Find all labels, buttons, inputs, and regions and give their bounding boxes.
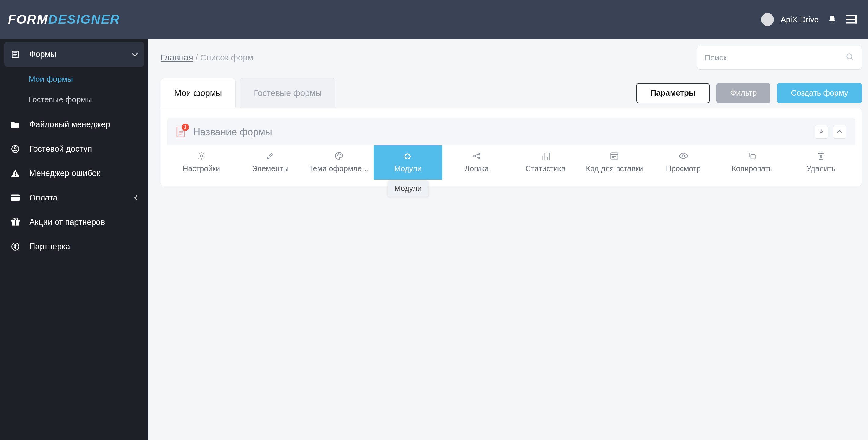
puzzle-icon <box>403 151 413 160</box>
sidebar: Формы Мои формы Гостевые формы Файловый … <box>0 39 148 440</box>
sidebar-item-label: Акции от партнеров <box>29 218 105 227</box>
create-form-button[interactable]: Создать форму <box>777 83 862 103</box>
filter-button[interactable]: Фильтр <box>716 83 770 103</box>
forms-card-area: 1 Название формы Настройки <box>160 108 862 186</box>
svg-point-42 <box>682 155 685 157</box>
notification-badge: 1 <box>182 124 189 131</box>
sidebar-item-guest-access[interactable]: Гостевой доступ <box>4 137 144 161</box>
breadcrumb-home[interactable]: Главная <box>160 53 193 62</box>
tool-statistics[interactable]: Статистика <box>511 145 580 180</box>
svg-point-27 <box>338 154 339 154</box>
tool-logic[interactable]: Логика <box>442 145 511 180</box>
svg-point-20 <box>847 54 852 59</box>
form-card-header: 1 Название формы <box>167 118 856 145</box>
collapse-button[interactable] <box>833 125 846 138</box>
share-icon <box>472 151 481 160</box>
svg-rect-10 <box>15 172 16 174</box>
logo[interactable]: FORMDESIGNER <box>8 12 120 27</box>
user-area[interactable]: ApiX-Drive <box>761 13 818 26</box>
svg-point-26 <box>337 155 338 156</box>
svg-rect-38 <box>611 153 618 159</box>
breadcrumb-current: Список форм <box>200 53 253 62</box>
eye-icon <box>679 151 688 160</box>
main-content: Главная / Список форм Мои формы Гостевые… <box>148 39 868 440</box>
svg-line-32 <box>475 154 478 156</box>
sidebar-item-payment[interactable]: Оплата <box>4 186 144 210</box>
svg-rect-12 <box>11 195 20 201</box>
sidebar-item-label: Менеджер ошибок <box>29 169 100 178</box>
search-input[interactable] <box>705 53 841 63</box>
user-icon <box>10 144 20 154</box>
svg-rect-43 <box>751 155 755 159</box>
chevron-left-icon <box>134 193 138 202</box>
warning-icon <box>10 168 20 178</box>
avatar <box>761 13 774 26</box>
svg-point-18 <box>16 218 18 220</box>
username: ApiX-Drive <box>781 15 818 24</box>
snippet-icon <box>610 151 619 160</box>
card-icon <box>10 193 20 202</box>
tool-embed-code[interactable]: Код для вставки <box>580 145 649 180</box>
tab-my-forms[interactable]: Мои формы <box>160 78 236 108</box>
search-box[interactable] <box>697 46 862 69</box>
svg-line-21 <box>851 58 854 60</box>
tool-preview[interactable]: Просмотр <box>649 145 718 180</box>
breadcrumb-row: Главная / Список форм <box>160 46 862 69</box>
sidebar-item-label: Партнерка <box>29 242 70 251</box>
form-title[interactable]: Название формы <box>193 126 272 137</box>
tooltip: Модули <box>388 180 429 196</box>
sidebar-item-file-manager[interactable]: Файловый менеджер <box>4 112 144 137</box>
form-icon <box>10 50 20 59</box>
tabs: Мои формы Гостевые формы <box>160 78 335 108</box>
tab-guest-forms[interactable]: Гостевые формы <box>240 78 335 108</box>
breadcrumb: Главная / Список форм <box>160 53 253 63</box>
dollar-icon <box>10 242 20 251</box>
sidebar-subitem-guest-forms[interactable]: Гостевые формы <box>4 89 144 110</box>
sidebar-item-label: Файловый менеджер <box>29 120 110 129</box>
top-header: FORMDESIGNER ApiX-Drive <box>0 0 868 39</box>
sidebar-item-label: Оплата <box>29 193 58 202</box>
palette-icon <box>335 151 343 160</box>
menu-icon[interactable] <box>846 15 857 24</box>
logo-part1: FORM <box>8 12 48 27</box>
action-buttons: Параметры Фильтр Создать форму <box>637 83 862 103</box>
gift-icon <box>10 217 20 227</box>
svg-rect-11 <box>15 175 16 176</box>
logo-part2: DESIGNER <box>48 12 120 27</box>
chevron-down-icon <box>132 50 138 59</box>
svg-point-25 <box>200 155 203 157</box>
search-icon <box>846 53 854 63</box>
sidebar-item-affiliate[interactable]: Партнерка <box>4 234 144 259</box>
tool-modules[interactable]: Модули Модули <box>374 145 442 180</box>
tool-copy[interactable]: Копировать <box>718 145 787 180</box>
bell-icon[interactable] <box>828 15 837 24</box>
sidebar-subitem-my-forms[interactable]: Мои формы <box>4 69 144 89</box>
topbar-right: ApiX-Drive <box>761 13 857 26</box>
sidebar-item-label: Гостевой доступ <box>29 144 92 154</box>
sidebar-item-label: Формы <box>29 50 57 59</box>
sidebar-item-partner-promo[interactable]: Акции от партнеров <box>4 210 144 234</box>
form-header-actions <box>814 125 846 138</box>
tool-settings[interactable]: Настройки <box>167 145 236 180</box>
svg-point-17 <box>13 218 15 220</box>
document-icon: 1 <box>176 127 185 137</box>
sidebar-item-forms[interactable]: Формы <box>4 42 144 66</box>
gear-icon <box>197 151 206 160</box>
pencil-icon <box>266 151 274 160</box>
sidebar-item-error-manager[interactable]: Менеджер ошибок <box>4 161 144 186</box>
params-button[interactable]: Параметры <box>637 83 710 103</box>
form-card: 1 Название формы Настройки <box>167 118 856 180</box>
svg-point-28 <box>340 154 341 155</box>
form-toolbar: Настройки Элементы Тема оформле… Мо <box>167 145 856 180</box>
pin-button[interactable] <box>814 125 828 138</box>
tabs-row: Мои формы Гостевые формы Параметры Фильт… <box>160 78 862 108</box>
svg-rect-13 <box>11 196 20 197</box>
svg-point-9 <box>14 147 17 149</box>
copy-icon <box>748 151 756 160</box>
tool-theme[interactable]: Тема оформле… <box>305 145 374 180</box>
tool-delete[interactable]: Удалить <box>786 145 856 180</box>
svg-rect-16 <box>15 220 16 226</box>
tool-elements[interactable]: Элементы <box>236 145 305 180</box>
bars-icon <box>541 151 550 160</box>
breadcrumb-sep: / <box>195 53 198 62</box>
